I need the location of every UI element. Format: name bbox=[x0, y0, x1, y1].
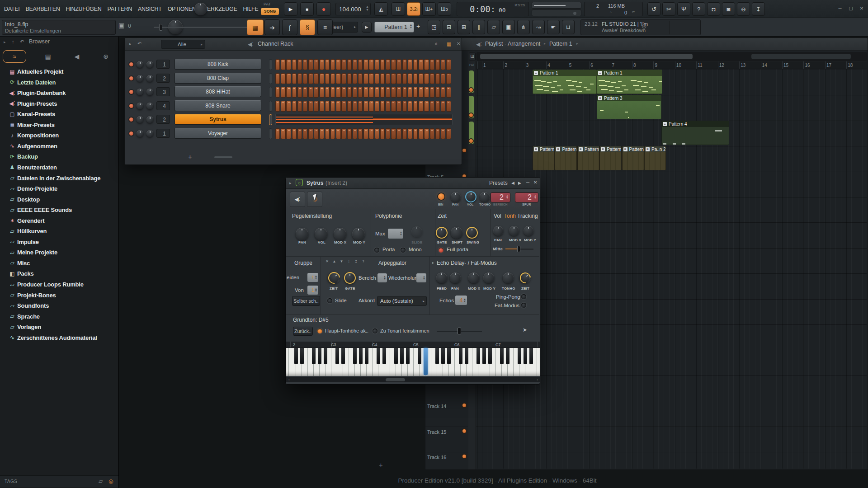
clip-pattern-2[interactable]: Pattern 2 bbox=[533, 146, 555, 170]
step-cell[interactable] bbox=[375, 128, 379, 139]
browser-tab-online[interactable]: ⊛ bbox=[97, 50, 115, 63]
pitch-range-badge[interactable]: 2▲▼ bbox=[491, 192, 510, 202]
overdub-icon[interactable]: Ш+ bbox=[422, 2, 436, 16]
channel-number-box[interactable]: 1 bbox=[156, 129, 170, 138]
arp-slide-radio[interactable] bbox=[327, 298, 332, 303]
black-key[interactable] bbox=[377, 348, 380, 364]
channel-select-strip[interactable] bbox=[269, 87, 272, 98]
mod-y-knob[interactable] bbox=[483, 272, 494, 283]
pattern-prev-next[interactable]: ▶ bbox=[362, 22, 372, 33]
step-cell[interactable] bbox=[320, 59, 324, 70]
step-cell[interactable] bbox=[330, 128, 335, 139]
step-cell[interactable] bbox=[281, 101, 285, 112]
step-cell[interactable] bbox=[375, 73, 379, 84]
step-cell[interactable] bbox=[358, 128, 363, 139]
step-cell[interactable] bbox=[369, 59, 373, 70]
step-cell[interactable] bbox=[402, 59, 407, 70]
black-key[interactable] bbox=[335, 348, 339, 364]
track-mute-led[interactable] bbox=[462, 455, 466, 458]
black-key[interactable] bbox=[465, 348, 468, 364]
step-cell[interactable] bbox=[441, 87, 445, 98]
step-cell[interactable] bbox=[336, 87, 340, 98]
step-cell[interactable] bbox=[430, 73, 434, 84]
step-cell[interactable] bbox=[353, 59, 357, 70]
step-cell[interactable] bbox=[386, 87, 390, 98]
zoom-slider-thumb[interactable] bbox=[159, 24, 162, 31]
highlighted-key-dsharp5[interactable] bbox=[424, 348, 428, 375]
step-cell[interactable] bbox=[275, 59, 280, 70]
playlist-add-track-button[interactable]: + bbox=[379, 461, 383, 469]
undo-arrow-icon[interactable]: ↶ bbox=[20, 39, 24, 45]
shopping-bag-icon[interactable]: ▣ bbox=[118, 22, 124, 29]
clip-pattern-4[interactable]: Pattern 4 bbox=[661, 121, 729, 145]
step-cell[interactable] bbox=[336, 101, 340, 112]
timeline-bar-3[interactable]: 3 bbox=[526, 63, 529, 68]
step-cell[interactable] bbox=[341, 101, 346, 112]
channel-select-strip[interactable] bbox=[269, 114, 272, 125]
sidebar-item-h-llkurven[interactable]: ▱Hüllkurven bbox=[0, 226, 119, 236]
step-cell[interactable] bbox=[303, 59, 307, 70]
step-cell[interactable] bbox=[358, 101, 363, 112]
step-cell[interactable] bbox=[330, 59, 335, 70]
channel-vol-knob[interactable] bbox=[146, 130, 153, 137]
step-cell[interactable] bbox=[292, 128, 297, 139]
step-jump-button[interactable]: ➔ bbox=[264, 19, 280, 35]
channel-vol-knob[interactable] bbox=[146, 61, 153, 68]
arp-bereich-stepper[interactable]: ▲▼ bbox=[377, 273, 387, 282]
black-key[interactable] bbox=[400, 348, 404, 364]
channel-select-strip[interactable] bbox=[269, 73, 272, 84]
track-mute-led[interactable] bbox=[462, 149, 466, 152]
step-cell[interactable] bbox=[308, 73, 313, 84]
metronome-icon[interactable]: ◭ bbox=[374, 2, 388, 16]
arp-help-icon[interactable]: ? bbox=[360, 258, 367, 265]
preset-prev-icon[interactable]: ◀ bbox=[511, 181, 514, 185]
menu-datei[interactable]: DATEI bbox=[4, 6, 19, 12]
sidebar-item-misc[interactable]: ▱Misc bbox=[0, 258, 119, 268]
step-cell[interactable] bbox=[380, 73, 385, 84]
step-cell[interactable] bbox=[435, 59, 440, 70]
keyboard-scrollbar[interactable]: ‹ › bbox=[286, 377, 540, 382]
step-cell[interactable] bbox=[275, 128, 280, 139]
feed-knob[interactable] bbox=[436, 272, 447, 283]
arp-down-icon[interactable]: ▼ bbox=[338, 258, 345, 265]
step-cell[interactable] bbox=[419, 73, 423, 84]
zeit-knob[interactable] bbox=[326, 270, 343, 286]
channel-enable-led[interactable] bbox=[129, 62, 133, 66]
step-cell[interactable] bbox=[303, 87, 307, 98]
pat-song-toggle[interactable]: PAT SONG bbox=[260, 1, 281, 17]
step-cell[interactable] bbox=[419, 59, 423, 70]
black-key[interactable] bbox=[341, 348, 345, 364]
channel-select-strip[interactable] bbox=[269, 128, 272, 139]
step-cell[interactable] bbox=[336, 128, 340, 139]
tracking-slider-thumb[interactable] bbox=[517, 246, 520, 252]
pan-knob[interactable] bbox=[296, 228, 308, 240]
channel-number-box[interactable]: 2 bbox=[156, 115, 170, 124]
timeline-bar-13[interactable]: 13 bbox=[741, 63, 745, 68]
channel-volume-knob[interactable] bbox=[465, 191, 476, 202]
channel-number-box[interactable]: 4 bbox=[156, 101, 170, 110]
black-key[interactable] bbox=[482, 348, 486, 364]
channel-enable-led[interactable] bbox=[129, 76, 133, 80]
step-cell[interactable] bbox=[375, 101, 379, 112]
step-cell[interactable] bbox=[353, 128, 357, 139]
channel-pan-knob[interactable] bbox=[137, 116, 143, 123]
channel-vol-knob[interactable] bbox=[146, 116, 153, 123]
step-cell[interactable] bbox=[446, 59, 451, 70]
rack-add-channel-button[interactable]: + bbox=[188, 153, 192, 160]
automation-icon[interactable]: ↝ bbox=[532, 20, 545, 34]
black-key[interactable] bbox=[382, 348, 386, 364]
shuffle-knob[interactable] bbox=[194, 3, 207, 15]
sytrus-titlebar[interactable]: ▸ ☼ Sytrus (Insert 2) Presets ◀ ▶ ─ ✕ bbox=[286, 178, 540, 189]
akkord-dropdown[interactable]: Auto (Sustain)▸ bbox=[377, 296, 427, 306]
shop-cart-icon[interactable]: ⊔ bbox=[562, 20, 575, 34]
sidebar-item-letzte-dateien[interactable]: ⟳Letzte Dateien bbox=[0, 77, 119, 88]
undo-icon[interactable]: ↺ bbox=[647, 2, 660, 16]
channel-vol-knob[interactable] bbox=[146, 75, 153, 82]
step-cell[interactable] bbox=[286, 73, 291, 84]
channel-select-strip[interactable] bbox=[269, 101, 272, 112]
channel-pan-knob[interactable] bbox=[137, 130, 143, 137]
step-cell[interactable] bbox=[424, 101, 429, 112]
help-icon[interactable]: ? bbox=[692, 2, 705, 16]
black-key[interactable] bbox=[441, 348, 445, 364]
sytrus-arrow-icon[interactable]: ▸ bbox=[289, 181, 292, 185]
